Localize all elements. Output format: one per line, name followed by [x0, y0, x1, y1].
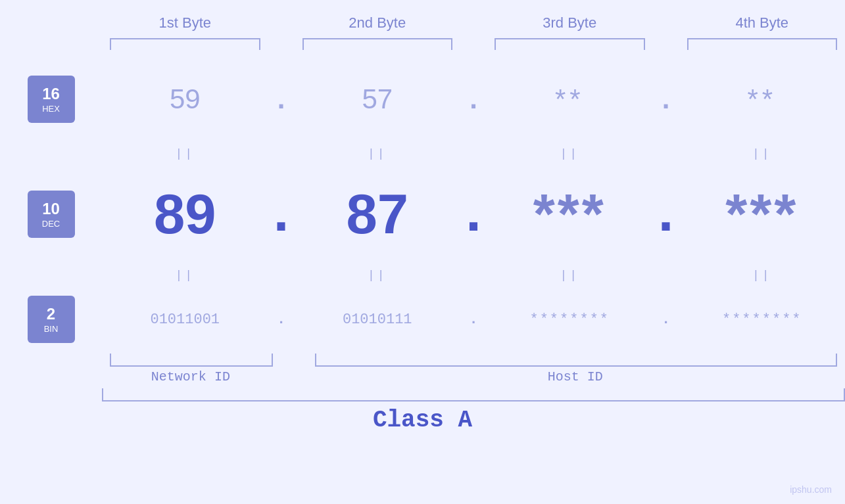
watermark: ipshu.com	[790, 484, 832, 495]
byte-header-4: 4th Byte	[735, 14, 788, 32]
bin-badge-number: 2	[47, 305, 55, 324]
eq2-3: ||	[560, 269, 579, 282]
dec-sep-1: .	[274, 195, 289, 228]
bin-val-4: ********	[722, 311, 802, 328]
eq1-4: ||	[752, 147, 772, 160]
eq1-3: ||	[560, 147, 579, 160]
bin-badge: 2 BIN	[28, 296, 75, 343]
hex-sep-1: .	[278, 83, 285, 115]
hex-val-2: 57	[362, 83, 393, 115]
hex-val-1: 59	[170, 83, 201, 115]
dec-val-2: 87	[346, 182, 408, 246]
bin-val-1: 01011001	[150, 311, 220, 328]
eq2-1: ||	[175, 269, 195, 282]
dec-row: 89 . 87 . *** . ***	[102, 165, 845, 263]
dec-val-3: ***	[533, 182, 606, 246]
host-id-label: Host ID	[548, 369, 603, 384]
bin-sep-1: .	[277, 311, 285, 328]
hex-row: 59 . 57 . ** . **	[102, 57, 845, 142]
eq1-2: ||	[368, 147, 387, 160]
hex-sep-2: .	[470, 83, 477, 115]
network-id-label: Network ID	[151, 369, 230, 384]
byte-header-1: 1st Byte	[159, 14, 211, 32]
bin-val-3: ********	[529, 311, 610, 328]
dec-val-4: ***	[725, 182, 798, 246]
hex-val-3: **	[555, 83, 585, 115]
dec-badge: 10 DEC	[28, 191, 75, 238]
dec-sep-2: .	[466, 195, 481, 228]
equals-row-2: || || || ||	[102, 263, 845, 286]
bin-sep-2: .	[469, 311, 477, 328]
bin-badge-label: BIN	[44, 324, 59, 334]
byte-header-2: 2nd Byte	[349, 14, 406, 32]
bin-sep-3: .	[662, 311, 670, 328]
hex-badge-label: HEX	[42, 104, 60, 114]
hex-val-4: **	[747, 83, 777, 115]
eq2-2: ||	[368, 269, 387, 282]
dec-sep-3: .	[658, 195, 674, 228]
bin-row: 01011001 . 01010111 . ******** .	[102, 286, 845, 352]
page: 1st Byte 2nd Byte 3rd Byte 4th Byte 16	[0, 0, 845, 504]
hex-sep-3: .	[662, 83, 670, 115]
dec-badge-label: DEC	[42, 219, 60, 229]
dec-badge-number: 10	[42, 200, 60, 219]
byte-header-3: 3rd Byte	[543, 14, 596, 32]
bin-val-2: 01010111	[343, 311, 412, 328]
dec-val-1: 89	[154, 182, 216, 246]
eq2-4: ||	[752, 269, 772, 282]
hex-badge: 16 HEX	[28, 76, 75, 123]
eq1-1: ||	[175, 147, 195, 160]
hex-badge-number: 16	[42, 85, 60, 104]
equals-row-1: || || || ||	[102, 142, 845, 165]
class-label: Class A	[373, 407, 472, 434]
